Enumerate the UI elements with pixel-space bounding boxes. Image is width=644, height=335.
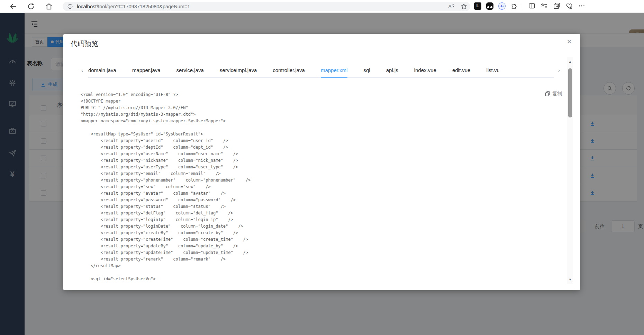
tab-sql[interactable]: sql bbox=[363, 64, 370, 77]
close-icon[interactable]: × bbox=[567, 37, 572, 46]
file-tabs: domain.java mapper.java service.java ser… bbox=[88, 64, 554, 78]
extension-l-icon[interactable]: L bbox=[474, 2, 481, 10]
read-aloud-icon[interactable]: A bbox=[447, 3, 455, 10]
split-screen-icon[interactable] bbox=[528, 2, 536, 10]
screen: localhost/tool/gen?t=1709371825080&pageN… bbox=[0, 0, 644, 335]
url-host: localhost bbox=[77, 4, 97, 9]
scroll-down-icon[interactable]: ▼ bbox=[567, 278, 573, 281]
code-content: <?xml version="1.0" encoding="UTF-8" ?> … bbox=[81, 91, 538, 282]
tab-index-vue[interactable]: index.vue bbox=[414, 64, 436, 77]
home-icon[interactable] bbox=[45, 2, 53, 10]
site-info-icon[interactable] bbox=[67, 4, 73, 9]
tab-serviceimpl-java[interactable]: serviceImpl.java bbox=[220, 64, 257, 77]
svg-text:A: A bbox=[448, 4, 452, 9]
scroll-up-icon[interactable]: ▲ bbox=[567, 60, 573, 63]
address-bar[interactable]: localhost/tool/gen?t=1709371825080&pageN… bbox=[63, 2, 470, 11]
code-preview-dialog: 代码预览 × ‹ › domain.java mapper.java servi… bbox=[63, 34, 580, 290]
tab-list-vue[interactable]: list.vue bbox=[486, 64, 499, 77]
extension-dots-icon[interactable] bbox=[486, 2, 493, 10]
scrollbar[interactable]: ▲ ▼ bbox=[567, 57, 573, 284]
dialog-title: 代码预览 bbox=[71, 39, 98, 49]
favorites-bar-icon[interactable] bbox=[541, 2, 548, 10]
tab-api-js[interactable]: api.js bbox=[386, 64, 398, 77]
extension-row: L Ai bbox=[474, 2, 586, 10]
tab-domain-java[interactable]: domain.java bbox=[88, 64, 116, 77]
copy-button[interactable]: 复制 bbox=[545, 90, 562, 97]
tabs-scroll-right-icon[interactable]: › bbox=[558, 68, 560, 73]
extensions-puzzle-icon[interactable] bbox=[510, 2, 518, 10]
browser-toolbar: localhost/tool/gen?t=1709371825080&pageN… bbox=[0, 0, 644, 13]
toolbar-divider bbox=[523, 3, 523, 9]
back-icon[interactable] bbox=[9, 2, 17, 10]
more-menu-icon[interactable] bbox=[578, 2, 586, 10]
url-path: /tool/gen?t=1709371825080&pageNum=1 bbox=[97, 4, 190, 9]
browser-essentials-icon[interactable] bbox=[565, 2, 573, 10]
collections-icon[interactable] bbox=[553, 2, 561, 10]
tab-mapper-java[interactable]: mapper.java bbox=[132, 64, 161, 77]
url-text[interactable]: localhost/tool/gen?t=1709371825080&pageN… bbox=[77, 4, 190, 9]
tab-service-java[interactable]: service.java bbox=[176, 64, 204, 77]
code-viewer[interactable]: <?xml version="1.0" encoding="UTF-8" ?> … bbox=[81, 91, 538, 283]
copy-icon bbox=[545, 91, 550, 96]
extension-ai-icon[interactable]: Ai bbox=[498, 2, 506, 10]
tab-edit-vue[interactable]: edit.vue bbox=[452, 64, 471, 77]
tab-controller-java[interactable]: controller.java bbox=[273, 64, 305, 77]
favorite-star-icon[interactable] bbox=[460, 3, 468, 10]
scrollbar-thumb[interactable] bbox=[568, 68, 572, 117]
tab-mapper-xml[interactable]: mapper.xml bbox=[321, 64, 348, 78]
tabs-scroll-left-icon[interactable]: ‹ bbox=[81, 68, 83, 73]
refresh-icon[interactable] bbox=[27, 2, 35, 10]
